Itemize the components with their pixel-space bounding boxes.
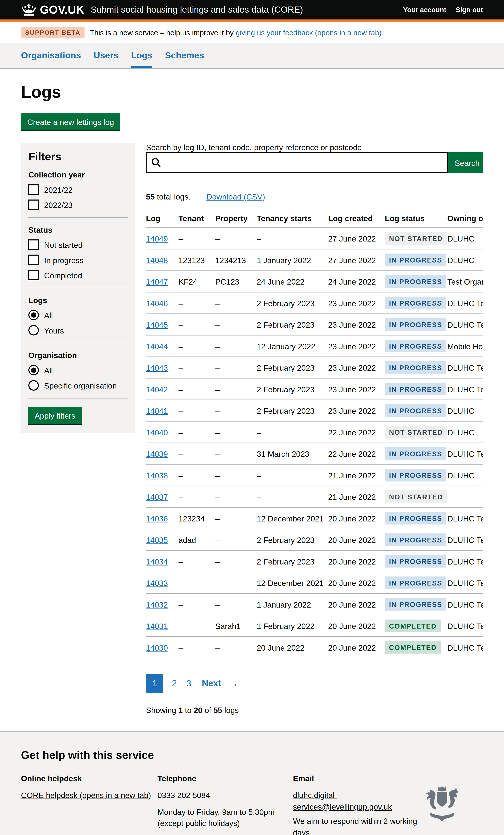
log-id-link[interactable]: 14040	[146, 428, 168, 436]
email-note: We aim to respond within 2 working days	[293, 815, 419, 835]
property-cell: –	[215, 423, 257, 441]
create-lettings-log-button[interactable]: Create a new lettings log	[21, 114, 120, 130]
log-status-cell: COMPLETED	[385, 615, 447, 636]
log-id-link[interactable]: 14043	[146, 363, 168, 372]
log-status-cell: IN PROGRESS	[385, 508, 447, 529]
your-account-link[interactable]: Your account	[403, 6, 446, 14]
status-badge: IN PROGRESS	[385, 533, 446, 546]
log-id-link[interactable]: 14034	[146, 557, 168, 566]
radio-option[interactable]: All	[28, 365, 128, 375]
nav-item-schemes[interactable]: Schemes	[165, 50, 204, 68]
apply-filters-button[interactable]: Apply filters	[28, 407, 82, 424]
log-id-link[interactable]: 14037	[146, 492, 168, 501]
checkbox-option[interactable]: 2022/23	[28, 200, 128, 210]
log-created-cell: 20 June 2022	[328, 509, 385, 527]
checkbox-option[interactable]: In progress	[28, 255, 128, 265]
status-badge: COMPLETED	[385, 641, 441, 654]
checkbox-unchecked[interactable]	[28, 200, 39, 210]
log-id-link[interactable]: 14030	[146, 643, 168, 652]
table-row: 14037–––21 June 2022NOT STARTED	[146, 486, 483, 508]
log-id-link[interactable]: 14035	[146, 535, 168, 544]
checkbox-unchecked[interactable]	[28, 270, 39, 280]
log-id-cell: 14048	[146, 251, 179, 269]
owning-cell: DLUHC Tes	[447, 552, 483, 570]
log-created-cell: 23 June 2022	[328, 337, 385, 355]
pagination-page-link[interactable]: 3	[185, 674, 193, 693]
radio-option[interactable]: Specific organisation	[28, 380, 128, 391]
log-id-link[interactable]: 14049	[146, 234, 168, 243]
checkbox-option[interactable]: Not started	[28, 239, 128, 250]
log-id-link[interactable]: 14045	[146, 320, 168, 329]
log-id-link[interactable]: 14038	[146, 471, 168, 480]
pagination: 123Next→	[146, 674, 483, 693]
feedback-link[interactable]: giving us your feedback (opens in a new …	[236, 28, 382, 37]
log-id-link[interactable]: 14044	[146, 342, 168, 350]
log-id-link[interactable]: 14039	[146, 449, 168, 458]
telephone-hours-line1: Monday to Friday, 9am to 5:30pm	[158, 806, 293, 818]
tenant-cell: –	[179, 316, 215, 333]
checkbox-option[interactable]: 2021/22	[28, 184, 128, 195]
filter-group-label: Organisation	[28, 351, 128, 360]
log-id-link[interactable]: 14031	[146, 622, 168, 630]
tenancy-starts-cell: 2 February 2023	[257, 359, 328, 376]
radio-option[interactable]: Yours	[28, 325, 128, 335]
next-arrow-icon: →	[228, 678, 239, 690]
pagination-page-link[interactable]: 2	[171, 674, 178, 693]
owning-cell: DLUHC Tes	[447, 359, 483, 376]
log-status-cell: IN PROGRESS	[385, 314, 447, 335]
filter-divider	[28, 217, 128, 218]
govuk-logo[interactable]: GOV.UK	[21, 3, 84, 17]
log-created-cell: 22 June 2022	[328, 445, 385, 463]
log-status-cell: NOT STARTED	[385, 486, 447, 507]
log-id-link[interactable]: 14033	[146, 578, 168, 587]
option-label: Not started	[44, 240, 82, 249]
log-status-cell: IN PROGRESS	[385, 379, 447, 400]
log-id-cell: 14036	[146, 509, 179, 527]
tenant-cell: –	[179, 294, 215, 312]
search-input[interactable]	[146, 152, 448, 173]
phase-banner-text-body: This is a new service – help us improve …	[90, 28, 234, 37]
log-id-link[interactable]: 14047	[146, 277, 168, 286]
tenant-cell: –	[179, 402, 215, 420]
log-id-link[interactable]: 14046	[146, 299, 168, 307]
tenancy-starts-cell: –	[257, 423, 328, 441]
log-id-link[interactable]: 14041	[146, 406, 168, 415]
radio-checked[interactable]	[28, 365, 39, 375]
log-id-link[interactable]: 14042	[146, 385, 168, 393]
radio-checked[interactable]	[28, 310, 39, 320]
pagination-next-link[interactable]: Next	[202, 678, 221, 689]
core-helpdesk-link[interactable]: CORE helpdesk (opens in a new tab)	[21, 791, 151, 799]
service-name[interactable]: Submit social housing lettings and sales…	[91, 4, 303, 15]
log-id-cell: 14034	[146, 552, 179, 570]
email-link[interactable]: dluhc.digital-services@levellingup.gov.u…	[293, 791, 392, 811]
search-button[interactable]: Search	[448, 152, 483, 173]
log-id-link[interactable]: 14036	[146, 514, 168, 523]
checkbox-unchecked[interactable]	[28, 255, 39, 265]
checkbox-unchecked[interactable]	[28, 184, 39, 195]
table-row: 1404812312312342131 January 202227 June …	[146, 249, 483, 271]
log-id-link[interactable]: 14048	[146, 256, 168, 264]
status-badge: IN PROGRESS	[385, 598, 446, 611]
pagination-current-page[interactable]: 1	[146, 674, 164, 693]
sign-out-link[interactable]: Sign out	[456, 6, 483, 14]
checkbox-unchecked[interactable]	[28, 239, 39, 250]
nav-item-organisations[interactable]: Organisations	[21, 50, 81, 68]
page-title: Logs	[21, 83, 483, 102]
nav-item-users[interactable]: Users	[94, 50, 118, 68]
radio-unchecked[interactable]	[28, 380, 39, 391]
log-created-cell: 27 June 2022	[328, 230, 385, 247]
filter-group: OrganisationAllSpecific organisation	[28, 351, 128, 391]
filter-group-label: Logs	[28, 296, 128, 305]
status-badge: IN PROGRESS	[385, 576, 446, 589]
log-id-cell: 14032	[146, 596, 179, 613]
radio-option[interactable]: All	[28, 310, 128, 320]
download-csv-link[interactable]: Download (CSV)	[206, 192, 265, 201]
log-id-cell: 14035	[146, 531, 179, 549]
radio-unchecked[interactable]	[28, 325, 39, 335]
status-badge: IN PROGRESS	[385, 361, 446, 374]
log-id-link[interactable]: 14032	[146, 600, 168, 609]
nav-item-logs[interactable]: Logs	[131, 50, 153, 68]
summary-to-word: to	[183, 706, 194, 715]
checkbox-option[interactable]: Completed	[28, 270, 128, 280]
log-id-cell: 14049	[146, 230, 179, 247]
